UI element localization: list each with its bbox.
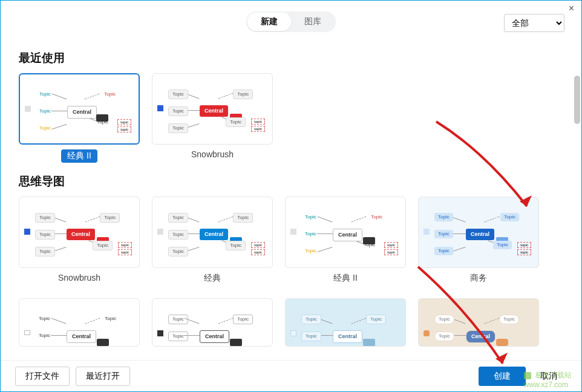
tab-new[interactable]: 新建 bbox=[247, 13, 291, 31]
section-title-recent: 最近使用 bbox=[19, 50, 563, 66]
template-card[interactable]: Central Topic Topic Topic bbox=[152, 298, 273, 347]
recent-grid: Central Topic Topic Topic Topic Topic to… bbox=[19, 73, 563, 163]
thumbnail: Central Topic Topic Topic Topic Topic to… bbox=[25, 79, 134, 139]
template-card[interactable]: Central Topic Topic Topic bbox=[285, 298, 406, 347]
template-card-classic-ii[interactable]: Central Topic Topic Topic Topic Topic to… bbox=[19, 73, 140, 145]
template-card-snowbrush[interactable]: Central Topic Topic Topic Topic Topic to… bbox=[152, 73, 273, 145]
template-card-classic-ii[interactable]: Central Topic Topic Topic Topic Topic to… bbox=[285, 197, 406, 268]
template-card[interactable]: Central Topic Topic Topic bbox=[418, 298, 539, 347]
header-tabs: 新建 图库 bbox=[246, 11, 336, 32]
filter-select[interactable]: 全部 bbox=[504, 14, 564, 32]
template-label: Snowbrush bbox=[58, 273, 100, 283]
template-card-wrap: Central Topic Topic Topic Topic Topic to… bbox=[152, 73, 273, 163]
footer: 打开文件 最近打开 创建 取消 bbox=[1, 360, 581, 391]
thumbnail: Central Topic Topic Topic Topic Topic to… bbox=[157, 79, 267, 139]
cancel-button[interactable]: 取消 bbox=[531, 367, 567, 385]
open-file-button[interactable]: 打开文件 bbox=[15, 367, 70, 386]
template-card-wrap: Central Topic Topic Topic Topic Topic to… bbox=[19, 73, 140, 163]
template-label: 商务 bbox=[470, 273, 487, 284]
template-card-snowbrush[interactable]: Central Topic Topic Topic Topic Topic to… bbox=[19, 197, 140, 268]
create-button[interactable]: 创建 bbox=[479, 367, 526, 386]
recent-open-button[interactable]: 最近打开 bbox=[76, 367, 130, 386]
tab-gallery[interactable]: 图库 bbox=[291, 13, 335, 31]
header: 新建 图库 全部 bbox=[1, 1, 581, 39]
template-label: 经典 II bbox=[333, 273, 358, 284]
template-label: 经典 bbox=[204, 273, 221, 284]
template-card-classic[interactable]: Central Topic Topic Topic Topic Topic to… bbox=[152, 197, 273, 268]
template-label: Snowbrush bbox=[191, 149, 234, 159]
template-card-business[interactable]: Central Topic Topic Topic Topic Topic to… bbox=[418, 197, 539, 268]
template-label: 经典 II bbox=[61, 149, 97, 163]
content-area: 最近使用 Central Topic Topic Topic Topic Top… bbox=[1, 39, 581, 360]
mindmap-grid: Central Topic Topic Topic Topic Topic to… bbox=[19, 197, 563, 347]
scrollbar[interactable] bbox=[574, 76, 580, 124]
section-title-mindmap: 思维导图 bbox=[19, 174, 563, 189]
template-card[interactable]: Central Topic Topic Topic bbox=[19, 298, 140, 347]
